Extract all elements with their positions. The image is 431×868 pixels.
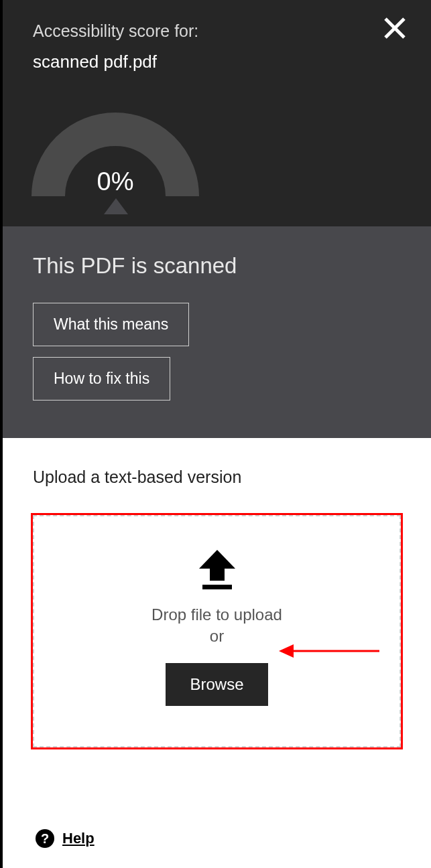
score-header: Accessibility score for: scanned pdf.pdf… — [0, 0, 431, 226]
message-section: This PDF is scanned What this means How … — [0, 226, 431, 438]
filename: scanned pdf.pdf — [33, 52, 401, 72]
score-label: Accessibility score for: — [33, 21, 401, 41]
upload-icon — [199, 550, 235, 589]
svg-marker-3 — [279, 644, 294, 658]
help-icon: ? — [36, 829, 54, 848]
how-to-fix-button[interactable]: How to fix this — [33, 357, 170, 401]
annotation-arrow-icon — [279, 640, 379, 665]
help-row: ? Help — [0, 797, 431, 868]
browse-button[interactable]: Browse — [166, 663, 267, 706]
close-icon — [383, 16, 407, 40]
file-dropzone[interactable]: Drop file to upload or Browse — [33, 515, 401, 747]
help-link[interactable]: Help — [62, 830, 95, 847]
what-this-means-button[interactable]: What this means — [33, 303, 189, 346]
drop-text: Drop file to upload — [48, 605, 386, 624]
message-heading: This PDF is scanned — [33, 253, 401, 279]
gauge-value: 0% — [32, 167, 199, 196]
close-button[interactable] — [383, 16, 407, 43]
gauge-pointer-icon — [104, 198, 128, 214]
score-gauge: 0% — [32, 113, 199, 226]
upload-section: Upload a text-based version Drop file to… — [0, 438, 431, 797]
upload-heading: Upload a text-based version — [33, 467, 401, 487]
